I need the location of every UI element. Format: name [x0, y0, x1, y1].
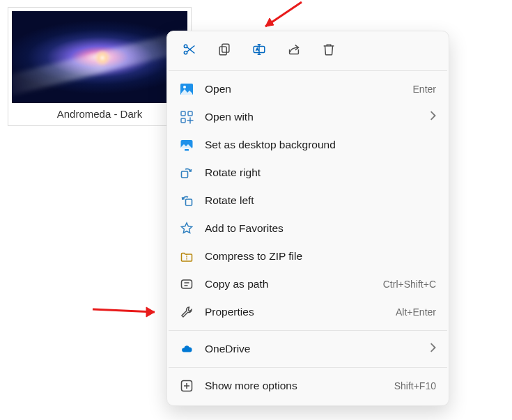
picture-icon — [180, 82, 194, 96]
wrench-icon — [180, 305, 194, 319]
menu-add-favorites[interactable]: Add to Favorites — [167, 215, 449, 242]
menu-item-shortcut: Alt+Enter — [396, 306, 436, 318]
menu-properties[interactable]: Properties Alt+Enter — [167, 298, 449, 326]
trash-icon — [321, 42, 336, 60]
menu-item-label: Set as desktop background — [205, 139, 436, 151]
apps-icon — [180, 110, 194, 124]
menu-separator — [169, 70, 447, 71]
svg-point-9 — [183, 86, 186, 88]
menu-item-label: Compress to ZIP file — [205, 250, 436, 263]
menu-item-shortcut: Shift+F10 — [394, 380, 436, 391]
file-name-label: Andromeda - Dark — [12, 103, 187, 120]
svg-rect-21 — [186, 199, 192, 205]
menu-rotate-right[interactable]: Rotate right — [167, 159, 449, 187]
menu-open-with[interactable]: Open with — [167, 103, 449, 131]
scissors-icon — [182, 42, 197, 60]
desktop-background-icon — [180, 138, 194, 152]
menu-item-shortcut: Ctrl+Shift+C — [383, 279, 436, 290]
context-menu: Open Enter Open with Set as desktop back… — [166, 31, 449, 406]
chevron-right-icon — [429, 111, 436, 123]
svg-marker-28 — [146, 307, 155, 317]
chevron-right-icon — [429, 343, 436, 355]
svg-point-0 — [184, 45, 187, 47]
cut-button[interactable] — [180, 41, 199, 61]
menu-item-label: Add to Favorites — [205, 222, 436, 235]
share-button[interactable] — [284, 41, 304, 61]
menu-item-label: Rotate right — [205, 166, 436, 179]
menu-item-label: Open with — [205, 111, 429, 123]
svg-rect-11 — [188, 111, 192, 116]
menu-show-more[interactable]: Show more options Shift+F10 — [167, 372, 449, 400]
svg-rect-12 — [181, 118, 185, 123]
menu-rotate-left[interactable]: Rotate left — [167, 187, 449, 215]
rotate-right-icon — [180, 166, 194, 180]
svg-rect-23 — [182, 280, 192, 288]
menu-item-label: Properties — [205, 306, 396, 318]
menu-compress-zip[interactable]: Compress to ZIP file — [167, 242, 449, 270]
star-icon — [180, 221, 194, 235]
copy-path-icon — [180, 277, 194, 291]
menu-item-label: Open — [205, 83, 413, 95]
svg-rect-5 — [219, 47, 226, 55]
more-options-icon — [180, 379, 194, 393]
onedrive-icon — [180, 342, 194, 356]
menu-separator — [169, 330, 447, 331]
rename-button[interactable] — [249, 41, 269, 61]
menu-open[interactable]: Open Enter — [167, 75, 449, 103]
file-thumbnail — [12, 11, 187, 103]
svg-point-13 — [189, 120, 191, 121]
menu-copy-path[interactable]: Copy as path Ctrl+Shift+C — [167, 270, 449, 298]
svg-rect-4 — [222, 44, 229, 52]
rename-icon — [251, 42, 267, 60]
annotation-arrow-top — [253, 0, 309, 35]
context-toolbar — [167, 31, 449, 69]
menu-set-background[interactable]: Set as desktop background — [167, 131, 449, 159]
menu-separator — [169, 367, 447, 368]
rotate-left-icon — [180, 194, 194, 208]
copy-button[interactable] — [215, 41, 234, 61]
menu-item-label: OneDrive — [205, 343, 429, 355]
zip-icon — [180, 249, 194, 263]
menu-item-label: Rotate left — [205, 194, 436, 207]
svg-rect-20 — [182, 171, 188, 178]
svg-rect-19 — [185, 149, 189, 151]
delete-button[interactable] — [319, 41, 339, 61]
share-icon — [286, 42, 302, 60]
file-tile[interactable]: Andromeda - Dark — [8, 7, 192, 126]
svg-rect-10 — [181, 111, 185, 116]
copy-icon — [217, 42, 232, 60]
menu-onedrive[interactable]: OneDrive — [167, 335, 449, 363]
annotation-arrow-side — [91, 301, 167, 320]
svg-line-27 — [93, 309, 155, 312]
menu-item-shortcut: Enter — [413, 84, 436, 95]
menu-item-label: Copy as path — [205, 278, 383, 290]
menu-item-label: Show more options — [205, 380, 394, 392]
svg-point-1 — [184, 51, 187, 54]
